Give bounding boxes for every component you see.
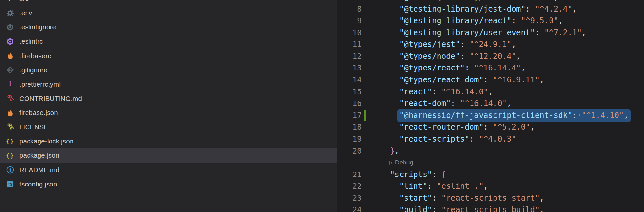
code-line-21[interactable]: 21"scripts": { bbox=[337, 169, 644, 181]
code-line-18[interactable]: 18"react-router-dom": "^5.2.0", bbox=[337, 121, 644, 133]
flame-icon bbox=[6, 51, 15, 60]
line-number[interactable]: 23 bbox=[337, 192, 361, 204]
line-number[interactable]: 24 bbox=[337, 204, 361, 212]
token-pun: , bbox=[539, 205, 544, 212]
code-text: "start": "react-scripts start", bbox=[399, 192, 544, 204]
indent-guide bbox=[381, 110, 381, 122]
code-line-9[interactable]: 9"@testing-library/react": "^9.5.0", bbox=[337, 15, 644, 27]
file-label: LICENSE bbox=[19, 123, 48, 131]
token-key: "@testing-library/jest-dom" bbox=[399, 5, 526, 14]
codelens-debug-link[interactable]: ▷Debug bbox=[389, 159, 413, 166]
code-text: "@testing-library/dom": "^6.16.0", bbox=[399, 0, 558, 3]
code-line-11[interactable]: 11"@types/jest": "^24.9.1", bbox=[337, 38, 644, 50]
code-line-16[interactable]: 16"react-dom": "^16.14.0", bbox=[337, 98, 644, 110]
line-number[interactable]: 9 bbox=[337, 15, 361, 27]
sidebar-item-package-lock-json[interactable]: {}package-lock.json bbox=[0, 134, 337, 148]
token-key: "react-router-dom" bbox=[399, 122, 483, 132]
sidebar-item-tsconfig-json[interactable]: TStsconfig.json bbox=[0, 177, 337, 191]
line-number[interactable]: 21 bbox=[337, 169, 361, 181]
file-label: README.md bbox=[19, 166, 60, 174]
code-text: }, bbox=[390, 145, 399, 157]
code-text: "@types/react": "^16.14.4", bbox=[399, 62, 526, 74]
exclamation-icon: ! bbox=[6, 80, 15, 89]
indent-guide bbox=[381, 133, 381, 145]
line-number[interactable]: 22 bbox=[337, 180, 361, 192]
file-label: .eslintignore bbox=[19, 23, 56, 31]
sidebar-item-src[interactable]: src bbox=[0, 0, 337, 6]
token-key: "react-dom" bbox=[399, 99, 451, 108]
token-pun: : bbox=[535, 28, 544, 37]
sidebar-item-license[interactable]: LICENSE bbox=[0, 120, 337, 134]
flame-icon bbox=[6, 109, 15, 117]
code-line-24[interactable]: 24"build": "react-scripts build", bbox=[337, 204, 644, 212]
sidebar-item-contributing-md[interactable]: CONTRIBUTING.md bbox=[0, 91, 337, 106]
svg-text:{}: {} bbox=[6, 138, 14, 145]
ts-icon: TS bbox=[6, 180, 15, 188]
code-line-15[interactable]: 15"react": "^16.14.0", bbox=[337, 86, 644, 98]
file-label: package-lock.json bbox=[19, 137, 74, 145]
indent-guide bbox=[390, 15, 390, 27]
token-key: "@types/react-dom" bbox=[399, 75, 483, 84]
file-label: firebase.json bbox=[19, 109, 58, 117]
token-str: "^9.5.0" bbox=[521, 16, 558, 25]
line-number[interactable]: 20 bbox=[337, 145, 361, 157]
line-number[interactable]: 12 bbox=[337, 50, 361, 62]
eslint-icon bbox=[6, 37, 15, 46]
indent-guide bbox=[381, 157, 381, 169]
token-key: "@types/jest" bbox=[399, 40, 460, 49]
code-text: "build": "react-scripts build", bbox=[399, 204, 544, 212]
token-key: "react" bbox=[399, 87, 432, 96]
code-line-17[interactable]: 17"@harnessio/ff-javascript-client-sdk":… bbox=[337, 110, 644, 122]
code-line-12[interactable]: 12"@types/node": "^12.20.4", bbox=[337, 50, 644, 62]
indent-guide bbox=[390, 62, 390, 74]
file-label: package.json bbox=[19, 152, 59, 159]
indent-guide bbox=[381, 180, 381, 192]
line-number[interactable]: 16 bbox=[337, 98, 361, 110]
sidebar-item--firebaserc[interactable]: .firebaserc bbox=[0, 49, 337, 63]
line-number[interactable]: 10 bbox=[337, 27, 361, 39]
line-number[interactable]: 17 bbox=[337, 110, 361, 122]
file-label: tsconfig.json bbox=[19, 180, 57, 188]
line-number[interactable]: 18 bbox=[337, 121, 361, 133]
token-pun: : bbox=[512, 16, 521, 25]
sidebar-item-firebase-json[interactable]: firebase.json bbox=[0, 106, 337, 120]
code-text: "react-dom": "^16.14.0", bbox=[399, 98, 512, 110]
sidebar-item-package-json[interactable]: {}package.json bbox=[0, 148, 337, 163]
code-line-13[interactable]: 13"@types/react": "^16.14.4", bbox=[337, 62, 644, 74]
line-number[interactable]: 15 bbox=[337, 86, 361, 98]
indent-guide bbox=[390, 3, 390, 15]
token-pun: , bbox=[558, 16, 563, 25]
code-line-14[interactable]: 14"@types/react-dom": "^16.9.11", bbox=[337, 74, 644, 86]
line-number[interactable]: 8 bbox=[337, 3, 361, 15]
token-pun: : bbox=[572, 111, 577, 120]
sidebar-item--eslintrc[interactable]: .eslintrc bbox=[0, 34, 337, 48]
token-pun: : bbox=[483, 122, 493, 132]
line-number[interactable]: 7 bbox=[337, 0, 361, 3]
code-line-20[interactable]: 20}, bbox=[337, 145, 644, 157]
indent-guide bbox=[381, 192, 381, 204]
token-key: "@types/react" bbox=[399, 63, 465, 72]
sidebar-item--env[interactable]: .env bbox=[0, 6, 337, 20]
line-number[interactable]: 19 bbox=[337, 133, 361, 145]
sidebar-item-readme-md[interactable]: README.md bbox=[0, 163, 337, 177]
sidebar-item--gitignore[interactable]: .gitignore bbox=[0, 63, 337, 77]
code-line-10[interactable]: 10"@testing-library/user-event": "^7.2.1… bbox=[337, 27, 644, 39]
token-pun: : bbox=[460, 40, 470, 49]
code-line-19[interactable]: 19"react-scripts": "^4.0.3" bbox=[337, 133, 644, 145]
svg-text:{}: {} bbox=[6, 152, 14, 159]
code-line-7[interactable]: 7"@testing-library/dom": "^6.16.0", bbox=[337, 0, 644, 3]
token-str: "react-scripts build" bbox=[441, 205, 539, 212]
line-number[interactable]: 13 bbox=[337, 62, 361, 74]
code-line-8[interactable]: 8"@testing-library/jest-dom": "^4.2.4", bbox=[337, 3, 644, 15]
sidebar-item--eslintignore[interactable]: .eslintignore bbox=[0, 20, 337, 34]
line-number[interactable]: 11 bbox=[337, 38, 361, 50]
line-number[interactable]: 14 bbox=[337, 74, 361, 86]
code-line-23[interactable]: 23"start": "react-scripts start", bbox=[337, 192, 644, 204]
token-pun: : bbox=[526, 5, 535, 14]
code-line-22[interactable]: 22"lint": "eslint .", bbox=[337, 180, 644, 192]
indent-guide bbox=[390, 50, 390, 62]
token-pun: , bbox=[488, 87, 493, 96]
info-icon bbox=[6, 165, 15, 174]
sidebar-item--prettierrc-yml[interactable]: !.prettierrc.yml bbox=[0, 77, 337, 91]
indent-guide bbox=[390, 86, 390, 98]
